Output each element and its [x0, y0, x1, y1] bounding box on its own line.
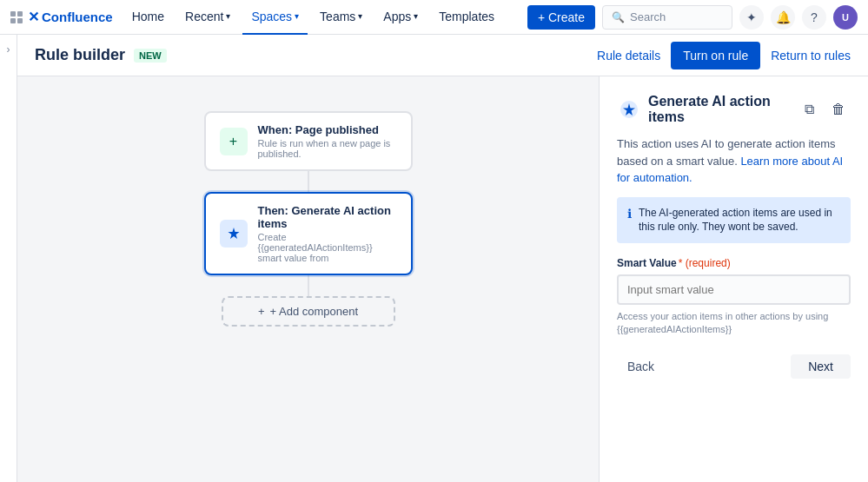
avatar[interactable]: U [833, 5, 858, 30]
page: › Rule builder NEW Rule details Turn on … [0, 35, 868, 482]
navbar: ✕ Confluence Home Recent ▾ Spaces ▾ Team… [0, 0, 868, 35]
plus-icon: + [258, 305, 265, 318]
search-placeholder: Search [630, 10, 666, 23]
trigger-icon: + [220, 128, 248, 155]
action-node-text: Then: Generate AI action items Create {{… [258, 204, 397, 263]
delete-button[interactable]: 🗑 [826, 97, 851, 122]
confluence-logo: ✕ Confluence [28, 9, 113, 25]
info-icon: ℹ [627, 207, 632, 221]
nav-home[interactable]: Home [123, 0, 173, 35]
toolbar-actions: Rule details Turn on rule Return to rule… [597, 42, 851, 69]
smart-value-label: Smart Value* (required) [617, 257, 851, 269]
chevron-down-icon: ▾ [295, 11, 299, 21]
flow-canvas: + When: Page published Rule is run when … [17, 76, 599, 482]
chevron-down-icon: ▾ [226, 11, 230, 21]
nav-teams[interactable]: Teams ▾ [311, 0, 371, 35]
main-content: Rule builder NEW Rule details Turn on ru… [17, 35, 868, 482]
action-node-title: Then: Generate AI action items [258, 204, 397, 230]
trigger-node-title: When: Page published [258, 123, 397, 136]
back-button[interactable]: Back [617, 354, 665, 379]
create-button[interactable]: + Create [527, 5, 595, 30]
notifications-icon[interactable]: 🔔 [771, 5, 795, 30]
nav-apps[interactable]: Apps ▾ [374, 0, 427, 35]
search-icon: 🔍 [612, 11, 625, 23]
ai-icon [617, 97, 641, 122]
return-to-rules-button[interactable]: Return to rules [771, 49, 851, 63]
sidebar-toggle[interactable]: › [0, 35, 17, 482]
trash-icon: 🗑 [832, 102, 845, 117]
search-bar[interactable]: 🔍 Search [602, 5, 732, 30]
chevron-down-icon: ▾ [414, 11, 418, 21]
panel-description: This action uses AI to generate action i… [617, 135, 851, 187]
flow-container: + When: Page published Rule is run when … [204, 111, 413, 327]
right-panel: Generate AI action items ⧉ 🗑 This action… [599, 76, 868, 482]
turn-on-rule-button[interactable]: Turn on rule [671, 42, 760, 69]
action-node-desc: Create {{generatedAIActionItems}} smart … [258, 232, 397, 263]
trigger-node-desc: Rule is run when a new page is published… [258, 138, 397, 159]
rule-details-button[interactable]: Rule details [597, 49, 660, 63]
canvas-area: + When: Page published Rule is run when … [17, 76, 868, 482]
panel-footer: Back Next [617, 354, 851, 379]
nav-recent[interactable]: Recent ▾ [176, 0, 239, 35]
navbar-right: + Create 🔍 Search ✦ 🔔 ? U [527, 5, 858, 30]
new-badge: NEW [134, 49, 167, 63]
field-hint: Access your action items in other action… [617, 310, 851, 337]
info-box: ℹ The AI-generated action items are used… [617, 197, 851, 244]
trigger-node[interactable]: + When: Page published Rule is run when … [204, 111, 413, 171]
logo[interactable]: ✕ Confluence [10, 9, 113, 25]
ai-button[interactable]: ✦ [739, 5, 764, 30]
add-component-button[interactable]: + + Add component [222, 296, 395, 327]
nav-spaces[interactable]: Spaces ▾ [242, 0, 308, 35]
trigger-node-text: When: Page published Rule is run when a … [258, 123, 397, 159]
chevron-right-icon: › [7, 43, 10, 56]
smart-value-input[interactable] [617, 274, 851, 305]
chevron-down-icon: ▾ [358, 11, 362, 21]
copy-button[interactable]: ⧉ [797, 97, 821, 122]
help-icon[interactable]: ? [802, 5, 826, 30]
action-icon [220, 220, 248, 248]
panel-title: Generate AI action items [648, 94, 790, 125]
add-component-label: + Add component [270, 305, 359, 318]
panel-actions: ⧉ 🗑 [797, 97, 851, 122]
flow-connector [308, 171, 309, 192]
copy-icon: ⧉ [805, 102, 814, 117]
next-button[interactable]: Next [791, 354, 851, 379]
info-text: The AI-generated action items are used i… [639, 206, 840, 235]
toolbar: Rule builder NEW Rule details Turn on ru… [17, 35, 868, 76]
smart-value-field: Smart Value* (required) Access your acti… [617, 257, 851, 337]
page-title: Rule builder [35, 46, 125, 64]
flow-connector-2 [308, 275, 309, 296]
nav-templates[interactable]: Templates [430, 0, 503, 35]
action-node[interactable]: Then: Generate AI action items Create {{… [204, 192, 413, 275]
grid-icon [10, 11, 23, 23]
panel-header: Generate AI action items ⧉ 🗑 [617, 94, 851, 125]
